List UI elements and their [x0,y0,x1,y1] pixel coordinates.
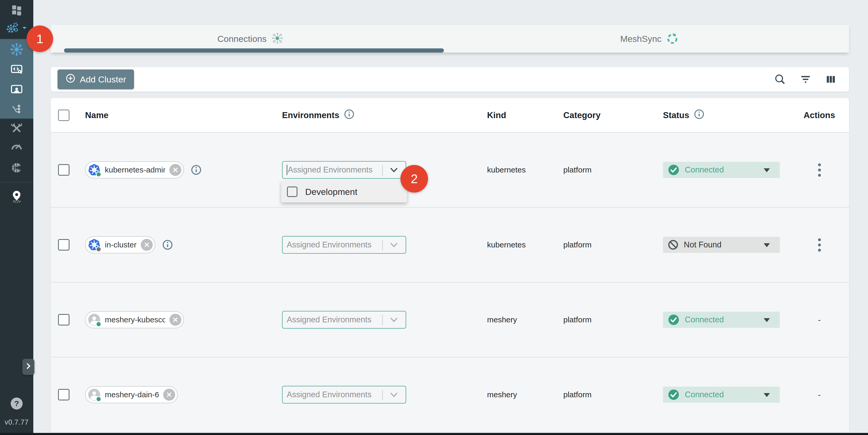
info-icon[interactable] [693,108,705,122]
name-cell: in-cluster [77,236,275,253]
connection-avatar [88,163,101,177]
prohibited-icon [668,239,679,250]
app-version: v0.7.77 [0,418,33,427]
environments-dropdown-menu: Development [281,181,407,203]
column-header-category[interactable]: Category [556,110,654,120]
actions-cell: - [818,315,821,325]
filter-icon[interactable] [800,73,811,85]
lifecycle-gears-icon [5,21,19,35]
actions-dash: - [818,315,821,324]
sidebar-item-dashboard[interactable] [0,4,33,17]
status-chip[interactable]: Connected [663,312,780,328]
view-columns-icon[interactable] [825,74,837,85]
sidebar-item-adapters[interactable] [0,59,33,79]
connection-name-chip[interactable]: kubernetes-admin… [85,161,184,179]
chevron-down-icon [21,25,28,31]
status-cell: Connected [654,162,790,178]
name-cell: kubernetes-admin… [77,161,275,179]
column-header-environments[interactable]: Environments [275,108,479,122]
connection-name-chip[interactable]: meshery-kubescop… [85,311,184,328]
name-cell: meshery-dain-6 [77,386,275,403]
connections-hub-icon [10,43,23,56]
connection-avatar [88,313,101,326]
select-divider [382,390,383,400]
status-dropdown-caret[interactable] [764,393,770,397]
environments-select[interactable]: Assigned Environments [282,386,406,404]
chevron-down-icon[interactable] [389,241,399,250]
window-bottom-edge [0,433,868,435]
environments-placeholder: Assigned Environments [288,165,373,175]
close-icon[interactable] [163,389,175,401]
chevron-down-icon[interactable] [389,316,399,325]
kebab-menu-icon[interactable] [816,237,823,253]
column-header-kind[interactable]: Kind [479,110,556,120]
sidebar-item-extensions[interactable] [0,161,33,175]
info-icon[interactable] [343,108,355,122]
sidebar-item-performance[interactable] [0,140,33,153]
status-dropdown-caret[interactable] [764,318,770,322]
select-all-checkbox[interactable] [58,110,69,121]
performance-gauge-icon [10,140,23,153]
table-row: kubernetes-admin… Assigned Environments … [51,133,849,208]
environment-option-label[interactable]: Development [305,187,357,197]
close-icon[interactable] [141,239,153,251]
help-button[interactable]: ? [11,398,23,409]
kind-cell: meshery [479,315,556,324]
get-involved-pin-icon [10,189,23,203]
chevron-right-icon [25,362,32,372]
status-dropdown-caret[interactable] [764,243,770,247]
row-checkbox[interactable] [58,239,69,251]
status-chip[interactable]: Connected [663,162,780,178]
row-checkbox[interactable] [58,164,69,176]
connection-name-label: meshery-kubescop… [105,315,165,324]
status-chip[interactable]: Connected [663,386,780,403]
close-icon[interactable] [169,314,181,326]
select-divider [382,315,383,325]
environments-select[interactable]: Assigned Environments [282,311,406,329]
table-row: meshery-dain-6 Assigned Environments mes… [51,358,849,432]
close-icon[interactable] [169,164,181,176]
sidebar-expand-button[interactable] [22,359,34,375]
environments-placeholder: Assigned Environments [287,240,372,249]
status-label: Connected [685,165,724,175]
chevron-down-icon[interactable] [389,166,399,175]
status-dropdown-caret[interactable] [764,168,770,172]
profiles-screen-icon [10,83,23,96]
column-header-name[interactable]: Name [77,110,275,120]
sidebar-item-designs[interactable] [0,99,33,119]
environments-placeholder: Assigned Environments [287,390,372,399]
environments-select[interactable]: Assigned Environments [282,161,406,179]
connections-toolbar: Add Cluster [51,67,849,92]
sidebar-item-get-involved[interactable] [0,189,33,204]
chip-status-dot [96,321,101,327]
search-icon[interactable] [774,73,786,85]
environments-placeholder: Assigned Environments [287,315,372,324]
row-checkbox[interactable] [58,389,69,400]
chip-status-dot [96,172,101,177]
environments-select[interactable]: Assigned Environments [282,236,406,254]
category-cell: platform [556,315,654,324]
help-question-icon: ? [14,399,19,408]
connection-name-chip[interactable]: in-cluster [85,236,155,253]
connection-avatar [88,388,101,401]
environment-option-checkbox[interactable] [287,187,298,197]
connection-info-icon[interactable] [162,239,174,251]
check-circle-icon [668,164,680,176]
category-cell: platform [556,390,654,399]
sidebar-item-toolkit[interactable] [0,122,33,135]
connection-name-chip[interactable]: meshery-dain-6 [85,386,178,403]
column-header-status[interactable]: Status [654,108,790,122]
connection-info-icon[interactable] [190,164,202,176]
add-cluster-button[interactable]: Add Cluster [58,69,134,89]
sidebar-item-profiles[interactable] [0,79,33,99]
status-chip[interactable]: Not Found [663,237,780,253]
chevron-down-icon[interactable] [389,391,399,400]
row-checkbox[interactable] [58,314,69,325]
status-label: Connected [685,390,724,399]
toolkit-wrenches-icon [10,122,23,134]
kebab-menu-icon[interactable] [816,162,823,178]
tab-meshsync[interactable]: MeshSync [450,25,849,53]
table-tools [774,73,837,85]
dashboard-icon [11,4,23,16]
kind-cell: kubernetes [479,240,556,249]
